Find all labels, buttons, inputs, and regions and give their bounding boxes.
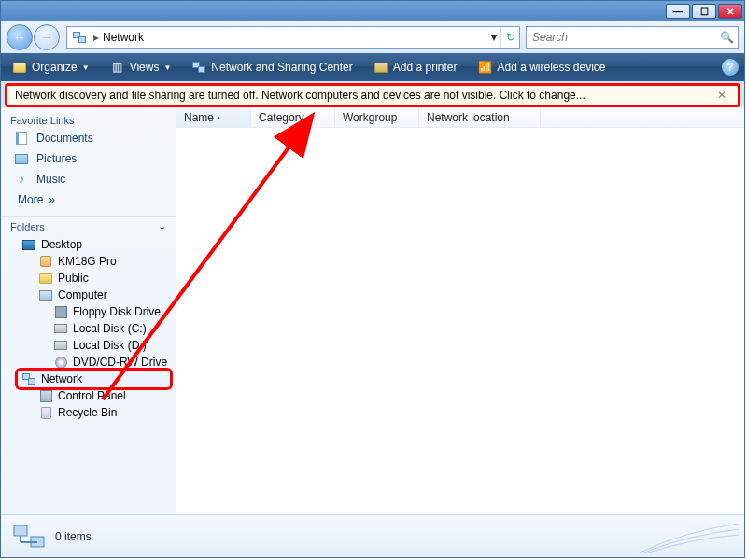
favorite-label: Documents	[36, 132, 93, 145]
favorite-more[interactable]: More »	[1, 189, 176, 210]
add-wireless-label: Add a wireless device	[497, 61, 605, 74]
tree-user[interactable]: KM18G Pro	[1, 253, 176, 270]
sort-ascending-icon: ▴	[217, 113, 220, 121]
tree-computer[interactable]: Computer	[1, 287, 176, 303]
network-icon	[21, 371, 36, 386]
column-network-location[interactable]: Network location	[419, 107, 541, 127]
favorite-music[interactable]: ♪ Music	[1, 169, 176, 189]
command-bar: Organize ▼ ▥ Views ▼ Network and Sharing…	[1, 53, 744, 81]
forward-button[interactable]: →	[34, 24, 60, 50]
recycle-bin-icon	[38, 405, 53, 420]
network-icon	[71, 29, 88, 46]
organize-label: Organize	[32, 61, 78, 74]
more-label: More	[18, 193, 43, 206]
network-discovery-infobar[interactable]: Network discovery and file sharing are t…	[7, 85, 739, 105]
add-printer-label: Add a printer	[393, 61, 458, 74]
tree-public[interactable]: Public	[1, 270, 176, 287]
wireless-icon: 📶	[477, 60, 492, 75]
tree-local-disk-c[interactable]: Local Disk (C:)	[1, 320, 176, 337]
close-button[interactable]: ✕	[718, 4, 742, 19]
tree-label: Local Disk (C:)	[73, 322, 147, 335]
tree-label: Recycle Bin	[58, 406, 117, 419]
search-input[interactable]	[530, 30, 720, 45]
favorite-links-header: Favorite Links	[1, 111, 176, 128]
column-label: Name	[184, 111, 214, 124]
maximize-button[interactable]: ☐	[692, 4, 716, 19]
body-split: Favorite Links Documents Pictures ♪ Musi…	[1, 107, 744, 514]
tree-label: Desktop	[41, 238, 82, 251]
tree-label: Public	[58, 272, 89, 285]
infobar-message: Network discovery and file sharing are t…	[15, 89, 585, 102]
refresh-button[interactable]: ↻	[500, 27, 519, 48]
column-headers: Name ▴ Category Workgroup Network locati…	[176, 107, 744, 128]
status-bar: 0 items	[1, 514, 744, 557]
breadcrumb-location[interactable]: Network	[101, 31, 146, 44]
views-icon: ▥	[110, 60, 125, 75]
tree-label: DVD/CD-RW Drive	[73, 356, 167, 369]
breadcrumb-separator-icon[interactable]: ▸	[92, 31, 101, 44]
sidebar: Favorite Links Documents Pictures ♪ Musi…	[1, 107, 176, 514]
folder-icon	[38, 271, 53, 286]
search-box[interactable]: 🔍	[526, 26, 739, 49]
network-sharing-center-button[interactable]: Network and Sharing Center	[186, 58, 358, 77]
tree-label: Computer	[58, 288, 107, 301]
user-icon	[38, 254, 53, 269]
tree-label: Network	[41, 372, 82, 385]
favorite-documents[interactable]: Documents	[1, 128, 176, 148]
tree-dvd-drive[interactable]: DVD/CD-RW Drive	[1, 354, 176, 371]
column-name[interactable]: Name ▴	[176, 107, 251, 127]
column-workgroup[interactable]: Workgroup	[335, 107, 419, 127]
status-text: 0 items	[55, 530, 92, 543]
network-large-icon	[10, 522, 49, 552]
chevron-down-icon: ⌄	[158, 220, 166, 232]
address-bar[interactable]: ▸ Network ▾ ↻	[66, 26, 520, 49]
tree-label: Floppy Disk Drive	[73, 305, 161, 318]
infobar-container: Network discovery and file sharing are t…	[1, 81, 744, 107]
tree-control-panel[interactable]: Control Panel	[1, 387, 176, 404]
tree-recycle-bin[interactable]: Recycle Bin	[1, 404, 176, 421]
computer-icon	[38, 287, 53, 302]
help-button[interactable]: ?	[722, 59, 739, 76]
address-dropdown-button[interactable]: ▾	[486, 27, 500, 48]
floppy-icon	[53, 304, 68, 319]
optical-drive-icon	[53, 355, 68, 370]
titlebar: — ☐ ✕	[1, 1, 744, 21]
tree-label: KM18G Pro	[58, 255, 117, 268]
folder-tree: Desktop KM18G Pro Public Computer Floppy…	[1, 234, 176, 425]
chevron-down-icon: ▼	[163, 63, 171, 72]
chevron-right-icon: »	[49, 193, 55, 206]
svg-rect-0	[14, 525, 27, 536]
tree-label: Local Disk (D:)	[73, 339, 147, 352]
explorer-window: — ☐ ✕ ← → ▸ Network ▾ ↻ 🔍 Or	[0, 0, 745, 558]
nav-buttons: ← →	[7, 24, 61, 50]
folders-header[interactable]: Folders ⌄	[1, 216, 176, 234]
desktop-icon	[21, 237, 36, 252]
nav-row: ← → ▸ Network ▾ ↻ 🔍	[1, 21, 744, 53]
printer-icon	[374, 60, 388, 75]
search-icon[interactable]: 🔍	[720, 31, 734, 44]
tree-label: Control Panel	[58, 389, 126, 402]
tree-network[interactable]: Network	[18, 371, 170, 387]
tree-local-disk-d[interactable]: Local Disk (D:)	[1, 337, 176, 354]
views-menu[interactable]: ▥ Views ▼	[105, 58, 177, 77]
favorite-links-label: Favorite Links	[10, 115, 74, 126]
arrow-right-icon: →	[40, 30, 53, 45]
organize-menu[interactable]: Organize ▼	[7, 58, 95, 77]
column-label: Workgroup	[343, 111, 397, 124]
add-printer-button[interactable]: Add a printer	[368, 58, 463, 77]
back-button[interactable]: ←	[7, 24, 33, 50]
documents-icon	[14, 131, 29, 146]
tree-desktop[interactable]: Desktop	[1, 236, 176, 253]
minimize-button[interactable]: —	[666, 4, 690, 19]
favorite-pictures[interactable]: Pictures	[1, 148, 176, 169]
organize-icon	[12, 60, 27, 75]
infobar-close-button[interactable]: ✕	[713, 89, 730, 102]
add-wireless-button[interactable]: 📶 Add a wireless device	[472, 58, 611, 77]
hard-drive-icon	[53, 321, 68, 336]
column-category[interactable]: Category	[251, 107, 335, 127]
file-list-body[interactable]	[176, 128, 744, 514]
favorite-label: Music	[36, 173, 65, 186]
status-decoration	[628, 522, 740, 555]
network-center-icon	[191, 60, 206, 75]
tree-floppy[interactable]: Floppy Disk Drive	[1, 303, 176, 320]
